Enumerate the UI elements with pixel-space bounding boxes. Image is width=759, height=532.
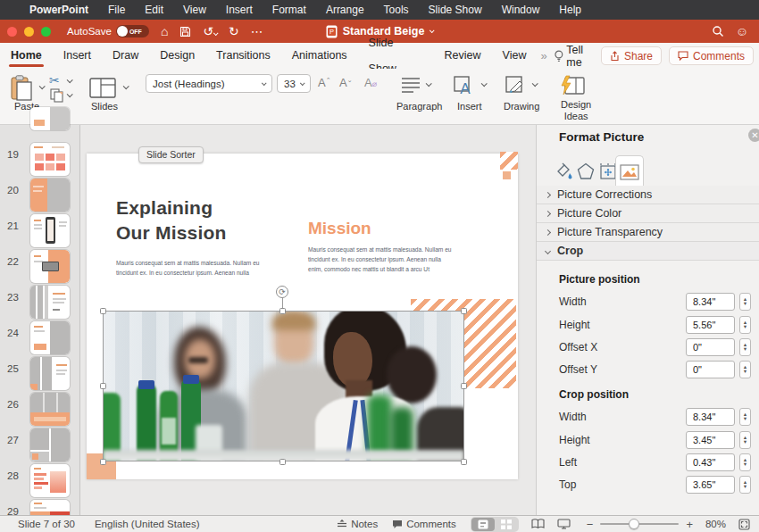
- search-icon[interactable]: [712, 25, 724, 37]
- comments-button[interactable]: Comments: [669, 46, 754, 65]
- font-name-select[interactable]: Jost (Headings): [146, 74, 272, 93]
- reading-view-button[interactable]: [531, 519, 545, 529]
- new-slide-icon[interactable]: [89, 78, 116, 98]
- slides-dropdown-chevron[interactable]: [123, 83, 129, 89]
- resize-handle-s[interactable]: [279, 459, 286, 465]
- slide-right-body-text[interactable]: Mauris consequat sem at mattis malesuada…: [308, 245, 452, 275]
- menu-window[interactable]: Window: [492, 4, 550, 16]
- menu-arrange[interactable]: Arrange: [316, 4, 374, 16]
- tab-home[interactable]: Home: [11, 43, 42, 69]
- slide-title[interactable]: ExplainingOur Mission: [116, 195, 227, 246]
- resize-handle-e[interactable]: [461, 383, 467, 389]
- crop-height-stepper[interactable]: ▲▼: [739, 431, 751, 449]
- undo-button[interactable]: ↺: [203, 20, 217, 43]
- paste-clipboard-icon[interactable]: [11, 75, 34, 102]
- menu-insert[interactable]: Insert: [216, 4, 263, 16]
- fit-slide-to-window-button[interactable]: [738, 519, 750, 530]
- menu-slide-show[interactable]: Slide Show: [419, 4, 492, 16]
- resize-handle-sw[interactable]: [100, 459, 106, 465]
- drawing-chevron[interactable]: [532, 80, 538, 87]
- tab-overflow-icon[interactable]: »: [540, 49, 546, 62]
- slide-thumbnail[interactable]: [30, 321, 70, 354]
- menu-powerpoint[interactable]: PowerPoint: [13, 4, 98, 16]
- tab-design[interactable]: Design: [160, 43, 195, 69]
- shrink-font-button[interactable]: A⌄: [339, 76, 353, 89]
- copy-icon[interactable]: [50, 88, 64, 103]
- menu-view[interactable]: View: [173, 4, 216, 16]
- tab-animations[interactable]: Animations: [292, 43, 347, 69]
- zoom-slider-knob[interactable]: [629, 519, 639, 529]
- paragraph-chevron[interactable]: [426, 80, 432, 87]
- crop-width-input[interactable]: [686, 408, 735, 426]
- menu-help[interactable]: Help: [549, 4, 591, 16]
- slide-thumbnail[interactable]: [30, 428, 70, 461]
- section-picture-transparency[interactable]: Picture Transparency: [537, 223, 759, 242]
- tab-insert[interactable]: Insert: [63, 43, 91, 69]
- font-size-select[interactable]: 33: [277, 74, 311, 93]
- slide-mission-heading[interactable]: Mission: [308, 219, 371, 238]
- insert-label[interactable]: Insert: [457, 101, 482, 112]
- slides-label[interactable]: Slides: [91, 101, 118, 112]
- tab-draw[interactable]: Draw: [113, 43, 138, 69]
- comments-status-button[interactable]: Comments: [392, 519, 456, 529]
- clear-formatting-button[interactable]: A⌀: [364, 76, 377, 89]
- resize-handle-w[interactable]: [100, 383, 106, 389]
- normal-view-button[interactable]: [471, 518, 495, 531]
- offset-x-stepper[interactable]: ▲▼: [739, 338, 751, 356]
- tell-me-button[interactable]: Tell me: [566, 44, 601, 69]
- section-picture-corrections[interactable]: Picture Corrections: [537, 186, 759, 204]
- grow-font-button[interactable]: A⌃: [318, 76, 331, 89]
- menu-tools[interactable]: Tools: [374, 4, 419, 16]
- offset-y-input[interactable]: [686, 361, 735, 378]
- slideshow-view-button[interactable]: [557, 519, 571, 529]
- zoom-out-button[interactable]: −: [587, 518, 594, 531]
- feedback-smiley-icon[interactable]: ☺: [736, 20, 748, 43]
- crop-top-input[interactable]: [686, 476, 735, 494]
- slide-left-body-text[interactable]: Mauris consequat sem at mattis malesuada…: [116, 259, 260, 278]
- picture-height-stepper[interactable]: ▲▼: [739, 316, 751, 334]
- slide-thumbnail[interactable]: [30, 250, 70, 283]
- design-ideas-icon[interactable]: [559, 75, 586, 98]
- crop-left-stepper[interactable]: ▲▼: [739, 453, 751, 471]
- resize-handle-se[interactable]: [461, 459, 467, 465]
- menu-file[interactable]: File: [98, 4, 135, 16]
- cut-dropdown-chevron[interactable]: [67, 77, 73, 83]
- rotation-handle[interactable]: ⟳: [276, 286, 288, 298]
- close-panel-icon[interactable]: ✕: [748, 129, 759, 142]
- resize-handle-nw[interactable]: [100, 308, 106, 314]
- design-ideas-label[interactable]: DesignIdeas: [561, 99, 591, 121]
- zoom-slider[interactable]: [600, 523, 679, 525]
- tab-view[interactable]: View: [503, 43, 527, 69]
- language-indicator[interactable]: English (United States): [95, 519, 200, 529]
- section-crop[interactable]: Crop: [537, 242, 759, 261]
- insert-text-icon[interactable]: A: [454, 76, 477, 97]
- slide-editor-workspace[interactable]: ExplainingOur Mission Mauris consequat s…: [80, 125, 536, 515]
- crop-top-stepper[interactable]: ▲▼: [739, 476, 751, 494]
- resize-handle-n[interactable]: [279, 308, 286, 314]
- slide-photo[interactable]: [103, 311, 464, 461]
- redo-button[interactable]: ↻: [229, 20, 239, 43]
- copy-dropdown-chevron[interactable]: [67, 91, 73, 97]
- slide-thumbnail[interactable]: [30, 464, 70, 497]
- zoom-in-button[interactable]: +: [686, 518, 693, 531]
- slide-thumbnail[interactable]: [30, 393, 70, 426]
- resize-handle-ne[interactable]: [461, 308, 467, 314]
- slide-sorter-view-button[interactable]: [495, 518, 518, 531]
- home-icon[interactable]: ⌂: [161, 20, 168, 43]
- save-icon[interactable]: [179, 26, 191, 37]
- zoom-window-button[interactable]: [41, 27, 51, 37]
- drawing-label[interactable]: Drawing: [504, 101, 539, 112]
- tab-review[interactable]: Review: [445, 43, 481, 69]
- slide-thumbnail[interactable]: [30, 357, 70, 390]
- crop-left-input[interactable]: [686, 453, 735, 471]
- zoom-percentage[interactable]: 80%: [705, 519, 726, 529]
- paste-dropdown-chevron[interactable]: [39, 83, 46, 89]
- slide-canvas[interactable]: ExplainingOur Mission Mauris consequat s…: [87, 154, 518, 479]
- more-commands-icon[interactable]: ⋯: [251, 20, 263, 43]
- picture-width-input[interactable]: [686, 293, 735, 311]
- slide-thumbnail[interactable]: [30, 214, 70, 247]
- crop-width-stepper[interactable]: ▲▼: [739, 408, 751, 426]
- picture-width-stepper[interactable]: ▲▼: [739, 293, 751, 311]
- slide-thumbnail[interactable]: [30, 286, 70, 319]
- crop-height-input[interactable]: [686, 431, 735, 449]
